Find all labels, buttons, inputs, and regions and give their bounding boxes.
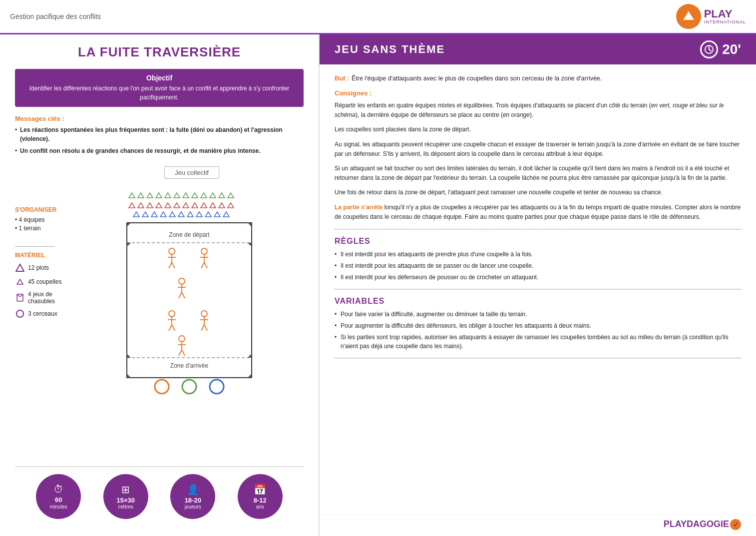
svg-point-60 [201, 248, 207, 254]
svg-marker-37 [169, 212, 175, 217]
svg-point-80 [179, 336, 185, 342]
svg-marker-12 [156, 193, 162, 198]
svg-marker-54 [248, 354, 252, 358]
stat-age: 📅 8-12 ans [238, 474, 283, 519]
materiel-title: MATÉRIEL [15, 252, 75, 259]
separator-dotted-2 [335, 289, 741, 290]
dagogie-logo-text: DAGOGIE [687, 519, 729, 529]
logo-text-block: PLAY INTERNATIONAL [704, 8, 746, 24]
objectif-text: Identifier les différentes réactions que… [23, 84, 296, 102]
variable-1: Pour faire varier la difficulté, augment… [335, 310, 741, 319]
svg-point-87 [155, 380, 169, 394]
svg-marker-14 [174, 193, 180, 198]
para-4: Si un attaquant se fait toucher ou sort … [335, 164, 741, 183]
bottom-stats: ⏱ 60 minutes ⊞ 15×30 mètres 👤 18-20 joue… [15, 466, 304, 526]
svg-marker-32 [228, 203, 234, 208]
svg-marker-41 [205, 212, 211, 217]
svg-marker-18 [210, 193, 216, 198]
rule-2: Il est interdit pour les attaquants de s… [335, 261, 741, 270]
stat-minutes-unit: minutes [50, 504, 67, 510]
stat-joueurs-value: 18-20 [185, 497, 201, 505]
svg-line-79 [204, 325, 207, 331]
svg-marker-11 [147, 193, 153, 198]
but-section: But : Être l'équipe d'attaquants avec le… [335, 73, 741, 82]
playdagogie-logo: PLAYDAGOGIE✓ [664, 519, 741, 530]
svg-marker-3 [17, 279, 23, 284]
header-logo: PLAY INTERNATIONAL [676, 4, 746, 29]
top-header: Gestion pacifique des conflits PLAY INTE… [0, 0, 756, 34]
stop-text: La partie s'arrête [335, 204, 382, 211]
playdagogie-v-icon: ✓ [730, 519, 741, 530]
svg-marker-33 [133, 212, 139, 217]
svg-marker-42 [214, 212, 220, 217]
variable-2: Pour augmenter la difficulté des défense… [335, 321, 741, 330]
para-3: Au signal, les attaquants peuvent récupé… [335, 140, 741, 159]
messages-list: Les réactions spontanées les plus fréque… [15, 125, 304, 158]
s-organiser-title: S'ORGANISER [15, 206, 75, 213]
svg-marker-49 [127, 374, 131, 378]
message-item-1: Les réactions spontanées les plus fréque… [15, 125, 304, 143]
svg-text:Zone de départ: Zone de départ [169, 231, 210, 238]
stat-minutes-value: 60 [55, 496, 62, 504]
svg-line-63 [201, 262, 204, 268]
time-badge: 20' [700, 40, 741, 58]
materiel-item-chasubles: 4 jeux de chasubles [15, 291, 75, 305]
logo-circle-icon [676, 4, 701, 29]
field-svg: Zone de départ Zone d'arrivée [122, 183, 262, 405]
svg-marker-43 [223, 212, 229, 217]
time-value: 20' [722, 41, 741, 57]
rule-3: Il est interdit pour les défenseurs de p… [335, 273, 741, 282]
right-content: But : Être l'équipe d'attaquants avec le… [320, 64, 756, 515]
svg-marker-19 [219, 193, 225, 198]
variable-3: Si les parties sont trop rapides, autori… [335, 333, 741, 351]
vest-icon [15, 293, 25, 303]
svg-line-83 [179, 350, 182, 356]
svg-marker-35 [151, 212, 157, 217]
cerceaux-label: 3 cerceaux [28, 310, 57, 317]
time-clock-icon [700, 40, 718, 58]
materiel-item-coupelles: 45 coupelles [15, 277, 75, 287]
para-5: Une fois de retour dans la zone de dépar… [335, 188, 741, 197]
calendar-icon: 📅 [254, 484, 266, 496]
stat-terrain: ⊞ 15×30 mètres [103, 474, 148, 519]
separator-1 [15, 246, 55, 247]
svg-point-75 [201, 311, 207, 317]
game-field-container: Jeu collectif [80, 166, 304, 458]
svg-point-8 [16, 310, 23, 317]
timer-icon: ⏱ [53, 484, 63, 495]
right-footer: PLAYDAGOGIE✓ [320, 515, 756, 536]
activity-title: LA FUITE TRAVERSIÈRE [15, 44, 304, 60]
objectif-title: Objectif [23, 74, 296, 82]
svg-marker-36 [160, 212, 166, 217]
svg-point-65 [179, 278, 185, 284]
svg-line-69 [182, 292, 185, 298]
svg-marker-2 [16, 264, 24, 271]
stat-terrain-value: 15×30 [116, 497, 135, 505]
coupelles-label: 45 coupelles [28, 278, 61, 285]
svg-line-92 [709, 49, 711, 51]
stat-age-unit: ans [256, 504, 264, 510]
svg-point-1 [687, 15, 691, 19]
svg-point-88 [182, 380, 196, 394]
stat-age-value: 8-12 [254, 497, 267, 505]
s-organiser-item-2: • 1 terrain [15, 225, 75, 232]
svg-marker-31 [219, 203, 225, 208]
jeu-collectif-label: Jeu collectif [164, 166, 219, 179]
left-labels: S'ORGANISER • 4 équipes • 1 terrain MATÉ… [15, 166, 75, 458]
svg-marker-38 [178, 212, 184, 217]
but-text: Être l'équipe d'attaquants avec le plus … [352, 75, 602, 82]
field-icon: ⊞ [121, 484, 130, 496]
triangle-icon [15, 263, 25, 273]
stat-terrain-unit: mètres [118, 504, 133, 510]
svg-rect-44 [127, 223, 252, 378]
svg-marker-29 [201, 203, 207, 208]
svg-line-64 [204, 262, 207, 268]
small-triangle-icon [15, 277, 25, 287]
objectif-box: Objectif Identifier les différentes réac… [15, 69, 304, 107]
variables-title: VARIABLES [335, 297, 741, 306]
header-subtitle: Gestion pacifique des conflits [10, 12, 101, 20]
chasubles-label: 4 jeux de chasubles [28, 291, 75, 305]
svg-marker-24 [156, 203, 162, 208]
svg-marker-48 [248, 223, 252, 227]
message-item-2: Un conflit non résolu a de grandes chanc… [15, 146, 304, 155]
